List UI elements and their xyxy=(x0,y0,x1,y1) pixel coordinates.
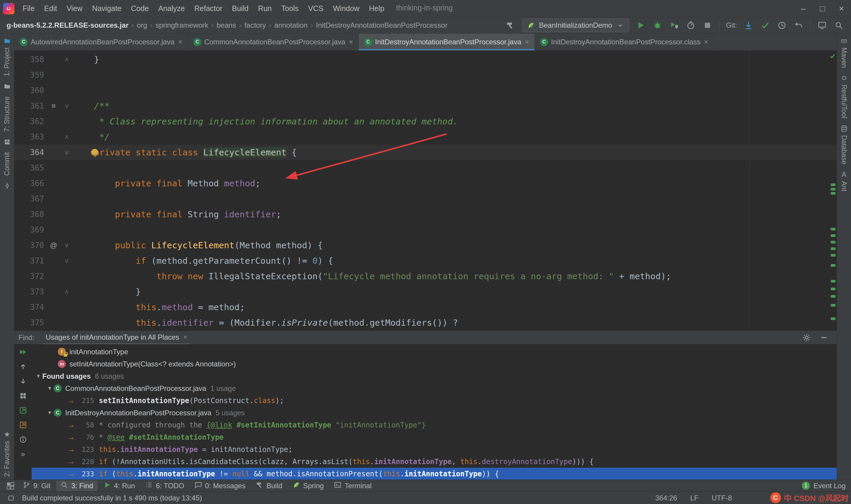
breadcrumb-item[interactable]: springframework xyxy=(153,20,210,30)
find-row-target[interactable]: msetInitAnnotationType(Class<? extends A… xyxy=(32,358,837,370)
find-row-usage[interactable]: →220if (!AnnotationUtils.isCandidateClas… xyxy=(32,455,837,468)
vcs-change-mark[interactable] xyxy=(831,183,835,186)
code-line[interactable]: 362 * Class representing injection infor… xyxy=(14,114,837,129)
group-by-icon[interactable] xyxy=(18,391,28,400)
build-hammer-icon[interactable] xyxy=(505,20,515,30)
breadcrumb-item[interactable]: beans xyxy=(215,20,238,30)
fold-marker-icon[interactable]: ∨ xyxy=(60,145,73,160)
editor-tab[interactable]: CInitDestroyAnnotationBeanPostProcessor.… xyxy=(535,34,714,50)
find-row-file[interactable]: ▼CInitDestroyAnnotationBeanPostProcessor… xyxy=(32,407,837,419)
toolwindow-switcher-icon[interactable] xyxy=(5,481,16,491)
menu-item-view[interactable]: View xyxy=(62,2,87,15)
vcs-change-mark[interactable] xyxy=(831,228,835,230)
close-icon[interactable]: × xyxy=(183,334,187,341)
close-button[interactable]: × xyxy=(832,0,851,17)
vcs-change-mark[interactable] xyxy=(831,288,835,290)
git-update-button[interactable] xyxy=(743,20,754,30)
vcs-change-mark[interactable] xyxy=(831,192,835,195)
stripe-item-grid[interactable] xyxy=(3,138,11,146)
stripe-item-structure[interactable]: 7: Structure xyxy=(3,96,11,132)
breadcrumb-item[interactable]: g-beans-5.2.2.RELEASE-sources.jar xyxy=(5,20,130,30)
stripe-item-project[interactable]: 1: Project xyxy=(3,37,11,76)
stripe-item-commit[interactable]: Commit xyxy=(3,152,11,176)
vcs-change-mark[interactable] xyxy=(831,304,835,307)
menu-item-navigate[interactable]: Navigate xyxy=(88,2,126,15)
find-row-usage[interactable]: →76* @see #setInitAnnotationType xyxy=(32,431,837,443)
stripe-item-maven[interactable]: mMaven xyxy=(840,37,848,68)
code-line[interactable]: 375 this.identifier = (Modifier.isPrivat… xyxy=(14,315,837,330)
fold-marker-icon[interactable]: ∨ xyxy=(60,237,73,253)
previous-occurrence-icon[interactable] xyxy=(18,362,28,371)
find-row-usage[interactable]: →58* configured through the {@link #setI… xyxy=(32,419,837,431)
menu-item-edit[interactable]: Edit xyxy=(40,2,61,15)
menu-item-file[interactable]: File xyxy=(18,2,39,15)
fold-marker-icon[interactable]: ∨ xyxy=(60,253,73,269)
code-line[interactable]: 359 xyxy=(14,67,837,83)
toolwindow-button-terminal[interactable]: Terminal xyxy=(330,481,376,491)
code-line[interactable]: 360 xyxy=(14,83,837,98)
vcs-change-mark[interactable] xyxy=(831,280,835,283)
tab-close-icon[interactable]: × xyxy=(178,38,182,46)
editor-tab[interactable]: CCommonAnnotationBeanPostProcessor.java× xyxy=(188,34,359,50)
breadcrumb-item[interactable]: org xyxy=(135,20,149,30)
tab-close-icon[interactable]: × xyxy=(525,38,529,46)
menu-item-help[interactable]: Help xyxy=(365,2,388,15)
stop-button[interactable] xyxy=(702,20,712,30)
vcs-change-mark[interactable] xyxy=(831,295,835,298)
info-icon[interactable] xyxy=(18,435,28,444)
toolwindow-button-run[interactable]: 4: Run xyxy=(99,481,139,491)
profiler-button[interactable] xyxy=(686,20,696,30)
vcs-change-mark[interactable] xyxy=(831,317,835,320)
menu-item-tools[interactable]: Tools xyxy=(277,2,303,15)
code-line[interactable]: 372 throw new IllegalStateException("Lif… xyxy=(14,269,837,284)
fold-marker-icon[interactable]: ∧ xyxy=(60,284,73,300)
git-commit-button[interactable] xyxy=(760,20,770,30)
rerun-search-icon[interactable] xyxy=(18,347,28,356)
hide-panel-icon[interactable] xyxy=(819,332,829,343)
navigate-source-icon[interactable] xyxy=(18,406,28,415)
toolwindow-button-find[interactable]: 3: Find xyxy=(56,481,97,491)
stripe-item-database[interactable]: Database xyxy=(840,124,848,164)
expand-arrow-icon[interactable]: ▼ xyxy=(46,410,54,416)
code-line[interactable]: 363∧ */ xyxy=(14,129,837,145)
toolwindow-button-messages[interactable]: 0: Messages xyxy=(190,481,250,491)
stripe-item-ant[interactable]: AAnt xyxy=(840,170,848,192)
intention-bulb-icon[interactable] xyxy=(91,149,98,156)
debug-button[interactable] xyxy=(652,20,663,30)
caret-position[interactable]: 364:26 xyxy=(655,494,677,502)
code-line[interactable]: 370@∨ public LifecycleElement(Method met… xyxy=(14,237,837,253)
breadcrumb-item[interactable]: InitDestroyAnnotationBeanPostProcessor xyxy=(314,20,449,30)
code-line[interactable]: 367 xyxy=(14,191,837,206)
find-row-usage[interactable]: →233if (this.initAnnotationType != null … xyxy=(32,468,837,480)
toolwindow-button-todo[interactable]: 6: TODO xyxy=(141,481,188,491)
run-with-coverage-button[interactable] xyxy=(669,20,679,30)
code-line[interactable]: 371∨ if (method.getParameterCount() != 0… xyxy=(14,253,837,269)
git-history-button[interactable] xyxy=(777,20,787,30)
code-line[interactable]: 366 private final Method method; xyxy=(14,176,837,191)
code-line[interactable]: 374 this.method = method; xyxy=(14,300,837,315)
vcs-change-mark[interactable] xyxy=(831,188,835,191)
fold-marker-icon[interactable]: ∧ xyxy=(60,52,73,67)
menu-item-build[interactable]: Build xyxy=(228,2,253,15)
vcs-change-mark[interactable] xyxy=(831,241,835,244)
vcs-change-mark[interactable] xyxy=(831,254,835,257)
event-log-button[interactable]: 1 Event Log xyxy=(802,482,846,490)
editor-tab[interactable]: CAutowiredAnnotationBeanPostProcessor.ja… xyxy=(14,34,188,50)
run-button[interactable] xyxy=(636,20,646,30)
code-line[interactable]: 373∧ } xyxy=(14,284,837,300)
find-results-tab[interactable]: Usages of initAnnotationType in All Plac… xyxy=(42,331,190,344)
fold-marker-icon[interactable]: ∨ xyxy=(60,98,73,114)
menu-item-refactor[interactable]: Refactor xyxy=(190,2,227,15)
stripe-item-folder[interactable] xyxy=(3,82,11,90)
expand-arrow-icon[interactable]: ▼ xyxy=(35,373,42,379)
vcs-change-mark[interactable] xyxy=(831,264,835,267)
tab-close-icon[interactable]: × xyxy=(704,38,708,46)
stripe-item-restfultool[interactable]: RestfulTool xyxy=(840,74,848,119)
menu-item-analyze[interactable]: Analyze xyxy=(154,2,189,15)
code-line[interactable]: 361≡∨ /** xyxy=(14,98,837,114)
toolwindow-button-build[interactable]: Build xyxy=(252,481,287,491)
tab-close-icon[interactable]: × xyxy=(349,38,353,46)
toolwindow-button-git[interactable]: 9: Git xyxy=(18,481,54,491)
toolwindow-button-spring[interactable]: Spring xyxy=(288,481,328,491)
vcs-change-mark[interactable] xyxy=(831,234,835,237)
